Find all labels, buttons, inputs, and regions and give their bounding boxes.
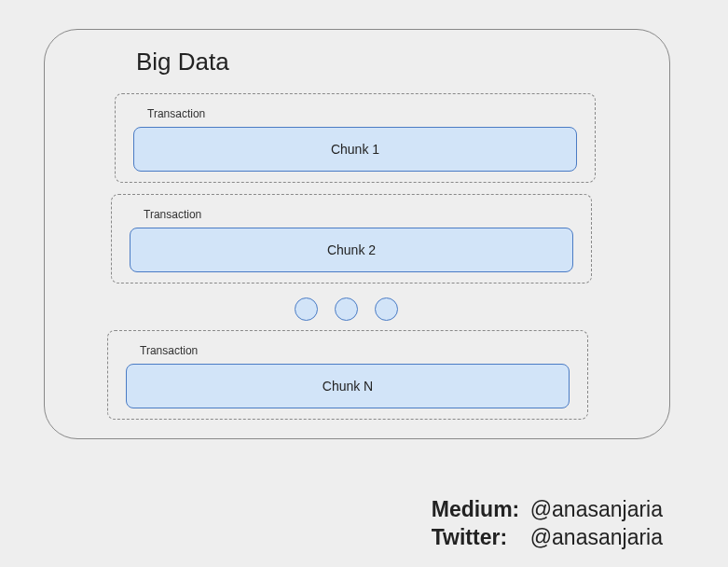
credits-medium-label: Medium: — [432, 496, 530, 524]
big-data-title: Big Data — [136, 48, 229, 76]
transaction-label-n: Transaction — [140, 344, 198, 357]
transaction-box-2: Transaction Chunk 2 — [111, 194, 592, 284]
big-data-container: Big Data Transaction Chunk 1 Transaction… — [44, 29, 670, 439]
credits-block: Medium: @anasanjaria Twitter: @anasanjar… — [432, 496, 663, 552]
transaction-label-2: Transaction — [144, 208, 201, 221]
credits-medium-handle: @anasanjaria — [530, 496, 663, 524]
credits-row-twitter: Twitter: @anasanjaria — [432, 524, 663, 552]
transaction-box-n: Transaction Chunk N — [107, 330, 588, 420]
ellipsis-dot-icon — [335, 297, 358, 321]
credits-twitter-label: Twitter: — [432, 524, 530, 552]
chunk-box-1: Chunk 1 — [133, 127, 577, 172]
ellipsis-dot-icon — [375, 297, 398, 321]
chunk-box-n: Chunk N — [126, 364, 570, 408]
transaction-label-1: Transaction — [147, 107, 205, 120]
credits-row-medium: Medium: @anasanjaria — [432, 496, 663, 524]
ellipsis-dot-icon — [295, 297, 318, 321]
transaction-box-1: Transaction Chunk 1 — [115, 93, 596, 183]
credits-twitter-handle: @anasanjaria — [530, 524, 663, 552]
ellipsis-group — [295, 297, 444, 325]
chunk-box-2: Chunk 2 — [130, 228, 573, 272]
